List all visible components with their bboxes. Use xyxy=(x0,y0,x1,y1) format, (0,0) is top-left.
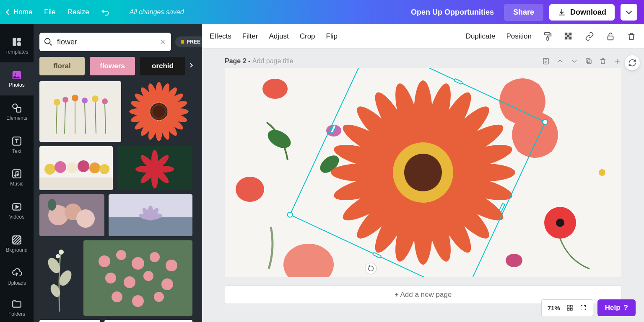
crop-button[interactable]: Crop xyxy=(300,32,315,41)
canvas-page[interactable] xyxy=(225,68,621,277)
photo-thumb[interactable] xyxy=(83,240,192,316)
resize-handle-w[interactable] xyxy=(330,124,337,134)
svg-rect-14 xyxy=(39,81,121,142)
help-button[interactable]: Help ? xyxy=(597,299,636,316)
photo-thumb[interactable] xyxy=(117,146,192,190)
opportunities-link[interactable]: Open Up Opportunities xyxy=(411,8,494,17)
svg-point-4 xyxy=(15,73,16,75)
svg-rect-103 xyxy=(569,32,572,35)
rail-videos[interactable]: Videos xyxy=(0,194,34,227)
left-rail: Templates Photos Elements Text Music Vid… xyxy=(0,24,34,322)
svg-point-54 xyxy=(55,161,66,173)
fullscreen-button[interactable] xyxy=(579,304,587,312)
page-title-input[interactable]: Add page title xyxy=(252,57,293,64)
plus-icon xyxy=(613,57,621,65)
svg-rect-99 xyxy=(545,32,550,35)
svg-point-94 xyxy=(143,271,153,281)
svg-point-57 xyxy=(89,162,100,173)
svg-rect-109 xyxy=(567,37,569,39)
svg-point-96 xyxy=(112,291,122,302)
move-down-button[interactable] xyxy=(570,57,579,65)
position-button[interactable]: Position xyxy=(506,32,532,41)
rail-music[interactable]: Music xyxy=(0,161,34,194)
rail-uploads[interactable]: Uploads xyxy=(0,260,34,293)
sync-icon xyxy=(628,59,636,67)
copy-page-button[interactable] xyxy=(584,57,593,65)
grid-view-button[interactable] xyxy=(566,304,574,312)
photo-thumb[interactable] xyxy=(39,240,79,316)
link-icon xyxy=(585,32,594,41)
svg-rect-105 xyxy=(569,37,572,39)
adjust-button[interactable]: Adjust xyxy=(269,32,288,41)
notes-button[interactable] xyxy=(542,57,550,65)
templates-icon xyxy=(11,36,22,47)
delete-button[interactable] xyxy=(626,31,636,41)
svg-rect-108 xyxy=(569,35,572,37)
search-input[interactable] xyxy=(57,38,154,46)
crown-icon: ♛ xyxy=(180,39,185,45)
lock-button[interactable] xyxy=(605,31,615,41)
svg-point-22 xyxy=(62,97,68,103)
link-button[interactable] xyxy=(584,31,595,41)
photo-thumb[interactable] xyxy=(39,194,104,236)
close-icon xyxy=(159,39,166,45)
search-icon xyxy=(44,37,53,46)
photo-thumb[interactable] xyxy=(125,81,192,142)
move-up-button[interactable] xyxy=(556,57,564,65)
undo-button[interactable] xyxy=(101,8,110,17)
chevron-down-icon xyxy=(626,8,632,14)
svg-point-58 xyxy=(99,164,109,174)
add-page-button[interactable] xyxy=(613,57,621,65)
zoom-controls: 71% xyxy=(541,299,593,316)
zoom-level[interactable]: 71% xyxy=(548,304,560,312)
svg-rect-102 xyxy=(567,35,569,37)
photo-results xyxy=(34,80,202,322)
save-status: All changes saved xyxy=(130,8,184,16)
filter-button[interactable]: Filter xyxy=(242,32,258,41)
rail-elements[interactable]: Elements xyxy=(0,95,34,129)
photo-thumb[interactable] xyxy=(104,320,192,322)
file-menu[interactable]: File xyxy=(44,8,55,16)
photo-thumb[interactable] xyxy=(109,194,192,236)
rail-text[interactable]: Text xyxy=(0,128,34,161)
resize-menu[interactable]: Resize xyxy=(68,8,89,16)
chip-floral[interactable]: floral xyxy=(39,57,85,75)
photo-thumb[interactable] xyxy=(39,320,100,322)
transparency-button[interactable] xyxy=(564,31,574,41)
transparency-icon xyxy=(564,32,573,41)
svg-rect-152 xyxy=(570,305,572,307)
chips-next-button[interactable] xyxy=(188,62,196,70)
chip-orchid[interactable]: orchid xyxy=(140,57,185,75)
svg-point-115 xyxy=(262,79,288,99)
svg-point-88 xyxy=(116,250,126,260)
download-menu-button[interactable] xyxy=(621,4,637,21)
svg-rect-1 xyxy=(17,38,21,42)
clear-search-button[interactable] xyxy=(158,38,167,46)
svg-rect-113 xyxy=(586,59,590,62)
flip-button[interactable]: Flip xyxy=(326,32,338,41)
download-button[interactable]: Download xyxy=(549,4,615,21)
trash-icon xyxy=(627,32,636,41)
rail-folders[interactable]: Folders xyxy=(0,293,34,322)
svg-point-124 xyxy=(599,169,605,176)
svg-point-85 xyxy=(56,254,60,258)
rotate-icon xyxy=(366,264,375,273)
chip-flowers[interactable]: flowers xyxy=(90,57,135,75)
free-filter-button[interactable]: ♛ FREE xyxy=(175,36,205,47)
uploads-icon xyxy=(11,268,22,278)
rail-templates[interactable]: Templates xyxy=(0,29,34,62)
duplicate-button[interactable]: Duplicate xyxy=(466,32,496,41)
rail-label: Templates xyxy=(5,49,29,55)
rail-label: Elements xyxy=(6,115,27,121)
photo-thumb[interactable] xyxy=(39,146,113,190)
svg-point-24 xyxy=(82,98,88,103)
photo-thumb[interactable] xyxy=(39,81,121,142)
delete-page-button[interactable] xyxy=(599,57,607,65)
rail-bkground[interactable]: Bkground xyxy=(0,227,34,260)
effects-button[interactable]: Effects xyxy=(210,32,231,41)
home-button[interactable]: Home xyxy=(7,8,32,16)
sync-button[interactable] xyxy=(625,55,640,70)
share-button[interactable]: Share xyxy=(504,4,543,21)
format-painter-button[interactable] xyxy=(543,31,553,41)
rail-photos[interactable]: Photos xyxy=(0,62,34,95)
